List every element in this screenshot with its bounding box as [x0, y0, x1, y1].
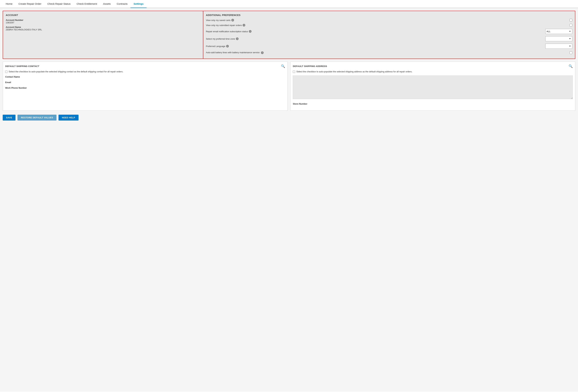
info-icon-email-notification[interactable]: i: [249, 30, 251, 33]
work-phone-label: Work Phone Number: [5, 87, 285, 89]
select-timezone[interactable]: [545, 36, 572, 41]
shipping-address-auto-populate: Select the checkbox to auto-populate the…: [293, 70, 573, 73]
pref-label-language: Preferred Language i: [206, 45, 544, 47]
shipping-address-title: DEFAULT SHIPPING ADDRESS: [293, 65, 327, 68]
pref-control-saved-carts: [545, 19, 572, 22]
nav-home[interactable]: Home: [3, 0, 15, 8]
battery-row: Auto-add battery lines with battery main…: [206, 51, 572, 55]
checkbox-saved-carts[interactable]: [570, 19, 572, 22]
pref-row-timezone: Select my preferred time zone i: [206, 36, 572, 41]
checkbox-battery[interactable]: [570, 51, 572, 54]
email-label: Email: [5, 81, 285, 84]
top-section: ACCOUNT Account Number 1363297 Account N…: [3, 11, 575, 59]
info-icon-saved-carts[interactable]: i: [231, 19, 234, 22]
pref-control-language: [545, 44, 572, 49]
account-name-field: Account Name ZEBRA TECHNOLOGIES ITALY SR…: [6, 26, 200, 31]
shipping-address-auto-populate-text: Select the checkbox to auto-populate the…: [296, 70, 412, 73]
shipping-contact-auto-populate: Select the checkbox to auto-populate the…: [5, 70, 285, 73]
account-number-field: Account Number 1363297: [6, 19, 200, 24]
nav-check-repair-status[interactable]: Check Repair Status: [44, 0, 74, 8]
store-number-field: Store Number: [293, 103, 573, 105]
pref-row-saved-carts: View only my saved carts i: [206, 19, 572, 22]
shipping-contact-search-button[interactable]: 🔍: [281, 64, 285, 68]
checkbox-auto-populate-contact[interactable]: [5, 71, 7, 73]
pref-control-timezone: [545, 36, 572, 41]
default-shipping-address-panel: DEFAULT SHIPPING ADDRESS 🔍 Select the ch…: [290, 62, 575, 111]
help-button[interactable]: NEED HELP: [58, 115, 79, 120]
address-textarea-field: [293, 76, 573, 100]
info-icon-battery[interactable]: i: [261, 51, 264, 54]
nav-settings[interactable]: Settings: [131, 0, 146, 8]
shipping-contact-header: DEFAULT SHIPPING CONTACT 🔍: [5, 64, 285, 68]
checkbox-submitted-orders[interactable]: [570, 24, 572, 27]
contact-name-label: Contact Name: [5, 76, 285, 78]
nav-check-entitlement[interactable]: Check Entitlement: [73, 0, 100, 8]
account-panel: ACCOUNT Account Number 1363297 Account N…: [3, 11, 203, 59]
account-number-label: Account Number: [6, 19, 200, 21]
pref-label-saved-carts: View only my saved carts i: [206, 19, 544, 22]
additional-preferences-panel: ADDITIONAL PREFERENCES View only my save…: [203, 11, 575, 59]
pref-row-submitted-orders: View only my submitted repair orders i: [206, 24, 572, 27]
shipping-contact-auto-populate-text: Select the checkbox to auto-populate the…: [9, 70, 123, 73]
pref-control-email-notification: ALL NONE CUSTOM: [545, 29, 572, 34]
pref-label-email-notification: Repair email notification subscription s…: [206, 30, 544, 33]
email-field: Email: [5, 81, 285, 84]
shipping-address-header: DEFAULT SHIPPING ADDRESS 🔍: [293, 64, 573, 68]
pref-row-email-notification: Repair email notification subscription s…: [206, 29, 572, 34]
default-shipping-contact-panel: DEFAULT SHIPPING CONTACT 🔍 Select the ch…: [3, 62, 288, 111]
address-textarea[interactable]: [293, 76, 573, 99]
nav-assets[interactable]: Assets: [100, 0, 114, 8]
select-language[interactable]: [545, 44, 572, 49]
info-icon-language[interactable]: i: [226, 45, 229, 47]
pref-row-language: Preferred Language i: [206, 44, 572, 49]
shipping-address-search-button[interactable]: 🔍: [569, 64, 573, 68]
battery-label: Auto-add battery lines with battery main…: [206, 51, 568, 54]
battery-checkbox-wrap: [570, 51, 572, 55]
bottom-section: DEFAULT SHIPPING CONTACT 🔍 Select the ch…: [3, 62, 575, 111]
pref-label-submitted-orders: View only my submitted repair orders i: [206, 24, 544, 27]
checkbox-auto-populate-address[interactable]: [293, 71, 295, 73]
store-number-label: Store Number: [293, 103, 573, 105]
restore-button[interactable]: RESTORE DEFAULT VALUES: [17, 115, 56, 120]
main-content: ACCOUNT Account Number 1363297 Account N…: [0, 8, 578, 392]
work-phone-field: Work Phone Number: [5, 87, 285, 89]
buttons-row: SAVE RESTORE DEFAULT VALUES NEED HELP: [3, 113, 575, 122]
save-button[interactable]: SAVE: [3, 115, 15, 120]
pref-control-submitted-orders: [545, 24, 572, 27]
account-section-title: ACCOUNT: [6, 14, 200, 16]
nav-bar: Home Create Repair Order Check Repair St…: [0, 0, 578, 8]
account-name-label: Account Name: [6, 26, 200, 28]
prefs-section-title: ADDITIONAL PREFERENCES: [206, 14, 572, 16]
shipping-contact-title: DEFAULT SHIPPING CONTACT: [5, 65, 39, 68]
info-icon-timezone[interactable]: i: [236, 38, 239, 40]
account-name-value: ZEBRA TECHNOLOGIES ITALY SRL: [6, 28, 200, 31]
info-icon-submitted-orders[interactable]: i: [242, 24, 245, 27]
nav-contracts[interactable]: Contracts: [114, 0, 131, 8]
pref-label-timezone: Select my preferred time zone i: [206, 38, 544, 40]
nav-create-repair-order[interactable]: Create Repair Order: [15, 0, 44, 8]
contact-name-field: Contact Name: [5, 76, 285, 78]
account-number-value: 1363297: [6, 21, 200, 24]
select-email-notification[interactable]: ALL NONE CUSTOM: [545, 29, 572, 34]
